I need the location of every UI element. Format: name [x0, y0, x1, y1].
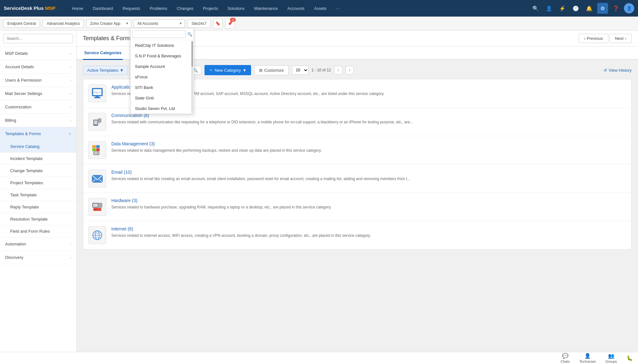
- search-icon-btn[interactable]: 🔍: [530, 3, 541, 14]
- sidebar-item-customization[interactable]: Customization ›: [0, 100, 76, 114]
- customize-button[interactable]: ⊞ Customize: [254, 65, 288, 75]
- svg-rect-11: [96, 145, 100, 148]
- groups-button[interactable]: 👥 Groups: [605, 353, 617, 363]
- category-info: Hardware (3) Services related to hardwar…: [111, 198, 626, 210]
- site-badge: Site24x7: [187, 19, 211, 28]
- table-row: Internet (6) Services related to interne…: [83, 221, 631, 249]
- dropdown-item-sample[interactable]: Sample Account: [130, 61, 194, 72]
- sidebar-item-resolution-template[interactable]: Resolution Template: [0, 213, 76, 225]
- nav-projects[interactable]: Projects: [198, 4, 222, 13]
- zoho-creator-select[interactable]: Zoho Creator App: [86, 19, 131, 28]
- view-history-button[interactable]: ↺ View History: [604, 68, 632, 73]
- endpoint-central-btn[interactable]: Endpoint Central: [3, 19, 40, 28]
- previous-button[interactable]: ‹ Previous: [579, 34, 608, 43]
- sidebar-item-change-template[interactable]: Change Template: [0, 165, 76, 177]
- all-accounts-dropdown-wrapper[interactable]: All Accounts ▼: [134, 19, 185, 28]
- accounts-dropdown-overlay: 🔍 RedChip IT Solutions S.N.P Food & Beve…: [130, 28, 194, 114]
- top-navigation: ServiceDesk Plus MSP Home Dashboard Requ…: [0, 0, 638, 17]
- dropdown-item-redchip[interactable]: RedChip IT Solutions: [130, 40, 194, 51]
- sidebar-item-reply-template[interactable]: Reply Template: [0, 201, 76, 213]
- nav-more[interactable]: ···: [332, 4, 344, 13]
- lightning-icon-btn[interactable]: ⚡: [557, 3, 568, 14]
- category-icon: [88, 198, 106, 216]
- logo-text: ServiceDesk Plus MSP: [4, 5, 56, 11]
- nav-home[interactable]: Home: [68, 4, 88, 13]
- notification-icon-btn[interactable]: 📌 44: [225, 19, 235, 28]
- dropdown-item-state-grid[interactable]: State Grid: [130, 93, 194, 103]
- category-description: Services related to email like creating …: [111, 176, 626, 182]
- nav-maintenance[interactable]: Maintenance: [250, 4, 282, 13]
- email-icon-svg: [91, 172, 104, 185]
- svg-rect-15: [94, 152, 99, 153]
- zoho-creator-dropdown[interactable]: Zoho Creator App ▼: [86, 19, 131, 28]
- category-icon: [88, 226, 106, 244]
- sidebar-item-automation[interactable]: Automation ›: [0, 237, 76, 251]
- new-category-button[interactable]: ＋ New Category ▼: [204, 65, 251, 75]
- help-icon-btn[interactable]: ❓: [611, 3, 621, 14]
- svg-point-7: [95, 125, 96, 126]
- nav-problems[interactable]: Problems: [145, 4, 172, 13]
- avatar[interactable]: 👤: [624, 3, 634, 13]
- svg-rect-21: [93, 204, 98, 207]
- dropdown-item-studio-seven[interactable]: Studio Seven Pvt. Ltd: [130, 103, 194, 114]
- dropdown-search-icon: 🔍: [187, 32, 192, 37]
- history-icon-btn[interactable]: 🕐: [570, 3, 581, 14]
- per-page-select[interactable]: 10 25 50: [292, 66, 308, 75]
- page-prev-button[interactable]: ‹: [334, 66, 342, 74]
- sidebar-item-billing[interactable]: Billing ›: [0, 114, 76, 127]
- tab-service-categories[interactable]: Service Categories: [83, 47, 123, 60]
- sidebar-item-msp-details[interactable]: MSP Details ›: [0, 47, 76, 60]
- chats-button[interactable]: 💬 Chats: [560, 353, 570, 363]
- nav-assets[interactable]: Assets: [310, 4, 331, 13]
- bug-icon: 🐛: [627, 355, 633, 361]
- extra-button[interactable]: 🐛: [627, 355, 633, 361]
- sidebar-item-users-permission[interactable]: Users & Permission ›: [0, 74, 76, 87]
- chevron-right-icon: ›: [70, 52, 71, 55]
- notification-badge: 44: [230, 18, 236, 22]
- contacts-icon-btn[interactable]: 👤: [544, 3, 554, 14]
- table-row: Email (10) Services related to email lik…: [83, 164, 631, 193]
- sidebar-item-field-form-rules[interactable]: Field and Form Rules: [0, 225, 76, 237]
- nav-requests[interactable]: Requests: [118, 4, 145, 13]
- category-icon: [88, 113, 106, 131]
- settings-icon-btn[interactable]: ⚙: [597, 3, 608, 14]
- nav-links: Home Dashboard Requests Problems Changes…: [68, 4, 529, 13]
- dropdown-item-snp[interactable]: S.N.P Food & Beverages: [130, 51, 194, 61]
- nav-accounts[interactable]: Accounts: [283, 4, 309, 13]
- category-name[interactable]: Email (10): [111, 170, 626, 175]
- category-name[interactable]: Hardware (3): [111, 198, 626, 203]
- active-templates-dropdown[interactable]: Active Templates ▼: [83, 66, 128, 75]
- main-layout: MSP Details › Account Details › Users & …: [0, 31, 638, 352]
- nav-solutions[interactable]: Solutions: [223, 4, 249, 13]
- sidebar-item-account-details[interactable]: Account Details ›: [0, 60, 76, 74]
- dropdown-item-siti[interactable]: SITI Bank: [130, 82, 194, 93]
- chevron-down-icon: ∨: [69, 132, 71, 136]
- page-next-button[interactable]: ›: [345, 66, 354, 74]
- bell-icon-btn[interactable]: 🔔: [584, 3, 595, 14]
- sidebar-search-input[interactable]: [3, 34, 73, 43]
- next-button[interactable]: Next ›: [610, 34, 632, 43]
- advanced-analytics-btn[interactable]: Advanced Analytics: [42, 19, 84, 28]
- sidebar-item-service-catalog[interactable]: Service Catalog: [0, 141, 76, 153]
- nav-dashboard[interactable]: Dashboard: [88, 4, 118, 13]
- sidebar-item-mail-server[interactable]: Mail Server Settings ›: [0, 87, 76, 100]
- category-name[interactable]: Internet (6): [111, 226, 626, 231]
- category-name[interactable]: Data Management (3): [111, 141, 626, 146]
- sidebar-item-incident-template[interactable]: Incident Template: [0, 153, 76, 165]
- chevron-right-icon: ›: [70, 65, 71, 69]
- technician-button[interactable]: 👤 Technician: [579, 353, 596, 363]
- bookmark-icon-btn[interactable]: 🔖: [213, 19, 223, 28]
- page-title: Templates & Forms: [83, 35, 132, 42]
- dropdown-scrollbar[interactable]: [191, 41, 193, 113]
- sidebar-item-discovery[interactable]: Discovery ›: [0, 251, 76, 264]
- dropdown-item-sforce[interactable]: sForce: [130, 72, 194, 82]
- plus-icon: ＋: [209, 67, 213, 73]
- sidebar-item-templates-forms[interactable]: Templates & Forms ∨: [0, 127, 76, 141]
- secondary-navigation: Endpoint Central Advanced Analytics Zoho…: [0, 17, 638, 31]
- sidebar-item-project-templates[interactable]: Project Templates: [0, 177, 76, 189]
- all-accounts-select[interactable]: All Accounts: [134, 19, 185, 28]
- sidebar-item-task-template[interactable]: Task Template: [0, 189, 76, 201]
- nav-changes[interactable]: Changes: [172, 4, 198, 13]
- dropdown-search-input[interactable]: [132, 30, 186, 38]
- category-description: Services related to internet access, WiF…: [111, 233, 626, 238]
